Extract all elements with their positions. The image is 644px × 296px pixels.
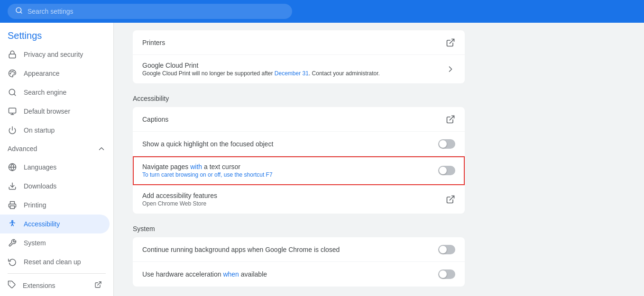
svg-point-3 [12,71,13,72]
hardware-accel-row[interactable]: Use hardware acceleration when available [133,262,465,287]
sidebar-item-system[interactable]: System [0,233,110,252]
system-card: Continue running background apps when Go… [133,237,465,287]
background-apps-title: Continue running background apps when Go… [142,246,438,253]
sidebar-label-on-startup: On startup [24,126,55,134]
add-features-title: Add accessibility features [142,192,446,199]
svg-line-1 [20,12,22,13]
print-icon [8,200,17,210]
sidebar-label-system: System [24,239,46,247]
sidebar-label-reset: Reset and clean up [24,258,81,266]
hardware-accel-toggle[interactable] [438,269,455,279]
highlight-row[interactable]: Show a quick highlight on the focused ob… [133,132,465,156]
background-apps-row[interactable]: Continue running background apps when Go… [133,237,465,262]
sidebar-label-extensions: Extensions [23,282,55,289]
advanced-section-header[interactable]: Advanced [0,140,113,158]
sidebar-divider [8,273,106,274]
google-cloud-subtitle: Google Cloud Print will no longer be sup… [142,70,446,77]
svg-line-24 [450,116,454,120]
navigate-subtitle: To turn caret browsing on or off, use th… [142,171,438,178]
svg-point-6 [10,73,11,74]
sidebar-item-languages[interactable]: Languages [0,158,110,177]
lock-icon [8,50,17,59]
captions-row[interactable]: Captions [133,107,465,132]
sidebar-item-printing[interactable]: Printing [0,196,110,215]
svg-point-4 [14,72,15,73]
power-icon [8,126,17,135]
puzzle-icon [8,280,16,290]
sidebar-label-downloads: Downloads [24,182,56,190]
sidebar-item-default-browser[interactable]: Default browser [0,102,110,121]
sidebar-item-accessibility[interactable]: Accessibility [0,215,110,233]
google-cloud-chevron-icon [446,64,455,74]
printers-card: Printers Google Cloud Print Google Cloud… [133,30,465,83]
monitor-icon [8,107,17,116]
background-apps-toggle[interactable] [438,245,455,254]
search-box [8,4,292,19]
sidebar-label-accessibility: Accessibility [24,220,60,228]
highlight-title: Show a quick highlight on the focused ob… [142,140,438,148]
sidebar-item-privacy[interactable]: Privacy and security [0,45,110,64]
hardware-accel-title: Use hardware acceleration when available [142,270,438,278]
printers-external-icon [446,38,455,47]
sidebar-label-default-browser: Default browser [24,108,70,115]
captions-external-icon [446,115,455,124]
globe-icon [8,162,17,172]
external-link-icon [94,281,102,290]
svg-rect-16 [10,206,15,209]
content-inner: Printers Google Cloud Print Google Cloud… [114,30,484,296]
google-cloud-title: Google Cloud Print [142,62,446,69]
search-input[interactable] [28,8,285,15]
printers-row[interactable]: Printers [133,30,465,55]
search-small-icon [8,88,17,97]
sidebar-label-languages: Languages [24,163,56,171]
printers-title: Printers [142,39,446,46]
download-icon [8,181,17,191]
svg-rect-2 [9,54,16,58]
sidebar-item-downloads[interactable]: Downloads [0,177,110,196]
accessibility-section-title: Accessibility [133,85,465,107]
sidebar-item-extensions[interactable]: Extensions [0,276,110,295]
add-features-row[interactable]: Add accessibility features Open Chrome W… [133,185,465,214]
sidebar-title: Settings [0,23,113,45]
advanced-label: Advanced [8,145,37,152]
svg-line-19 [98,282,101,285]
sidebar-item-search-engine[interactable]: Search engine [0,83,110,102]
sidebar-label-appearance: Appearance [24,70,60,77]
top-bar [0,0,644,23]
sidebar-label-privacy: Privacy and security [24,51,83,58]
svg-line-25 [450,196,454,200]
accessibility-icon [8,219,17,229]
wrench-icon [8,238,17,248]
svg-line-8 [14,94,15,95]
captions-title: Captions [142,116,446,123]
palette-icon [8,69,17,78]
navigate-row[interactable]: Navigate pages with a text cursor To tur… [133,156,465,185]
sidebar-item-appearance[interactable]: Appearance [0,64,110,83]
main-layout: Settings Privacy and security Appearance [0,23,644,296]
navigate-toggle[interactable] [438,166,455,175]
svg-point-17 [12,221,13,222]
content-area: Printers Google Cloud Print Google Cloud… [114,23,644,296]
system-section-title: System [133,215,465,237]
sidebar-label-printing: Printing [24,201,46,209]
sidebar-label-search-engine: Search engine [24,89,66,96]
svg-point-5 [11,72,12,72]
accessibility-card: Captions Show a quick highlight on the f… [133,107,465,214]
navigate-title: Navigate pages with a text cursor [142,163,438,170]
google-cloud-row[interactable]: Google Cloud Print Google Cloud Print wi… [133,55,465,83]
svg-line-23 [450,39,454,43]
search-icon [15,7,23,16]
add-features-external-icon [446,195,455,204]
highlight-toggle[interactable] [438,139,455,149]
svg-rect-9 [9,108,16,113]
chevron-up-icon [97,144,106,153]
reset-icon [8,257,17,267]
add-features-subtitle: Open Chrome Web Store [142,200,446,207]
sidebar: Settings Privacy and security Appearance [0,23,114,296]
sidebar-item-on-startup[interactable]: On startup [0,121,110,140]
sidebar-item-reset[interactable]: Reset and clean up [0,252,110,271]
